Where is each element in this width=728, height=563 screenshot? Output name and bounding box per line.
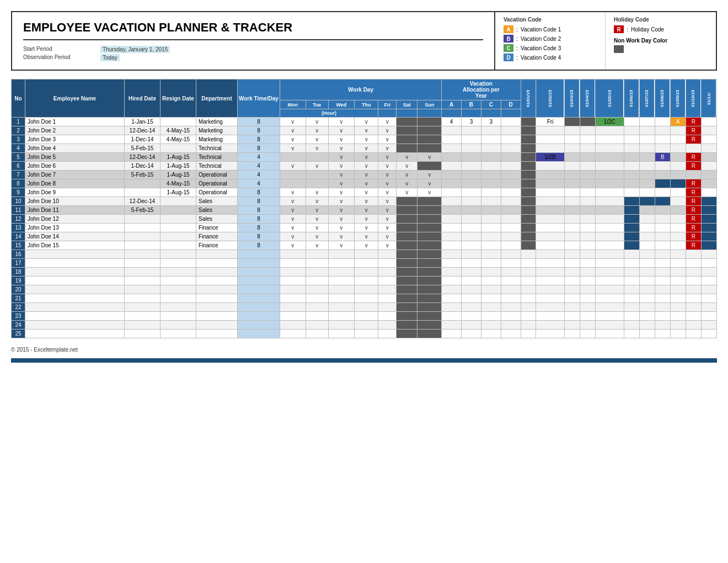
cell-date — [564, 179, 580, 188]
cell-alloc — [481, 268, 501, 277]
cell-alloc — [481, 294, 501, 303]
cell-date — [670, 303, 686, 312]
cell-resign — [160, 294, 196, 303]
cell-alloc — [462, 232, 481, 241]
cell-workday — [378, 285, 397, 294]
cell-workday: v — [378, 232, 397, 241]
cell-date — [536, 277, 564, 285]
cell-date — [580, 259, 595, 268]
cell-hired: 5-Feb-15 — [124, 171, 160, 179]
cell-date — [564, 250, 580, 259]
cell-no: 18 — [12, 268, 25, 277]
cell-workday — [417, 250, 442, 259]
cell-date — [536, 188, 564, 197]
cell-dept: Operational — [196, 179, 237, 188]
cell-workday: v — [306, 197, 328, 206]
cell-date — [670, 206, 686, 215]
cell-date: R — [686, 135, 701, 144]
cell-workday — [397, 285, 417, 294]
cell-date — [595, 206, 624, 215]
cell-hired — [124, 259, 160, 268]
cell-date — [536, 135, 564, 144]
cell-date — [580, 312, 595, 321]
meta-rows: Start Period Thursday, January 1, 2015 O… — [23, 46, 483, 61]
cell-no: 1 — [12, 118, 25, 126]
cell-alloc — [501, 215, 521, 224]
cell-alloc — [462, 312, 481, 321]
table-row: 20 — [12, 285, 717, 294]
cell-hired — [124, 330, 160, 338]
th-date-9: 01/09/15 — [670, 79, 686, 118]
cell-date — [564, 197, 580, 206]
cell-date — [701, 215, 716, 224]
cell-workday: v — [328, 232, 355, 241]
th-date-5: 01/05/15 — [595, 79, 624, 118]
cell-workday: v — [280, 162, 306, 171]
cell-resign — [160, 250, 196, 259]
cell-workday — [397, 118, 417, 126]
cell-workday: v — [355, 197, 378, 206]
cell-hours: 4 — [237, 153, 280, 162]
cell-date — [521, 135, 536, 144]
cell-alloc — [442, 268, 462, 277]
table-row: 15John Doe 15Finance8vvvvvR — [12, 241, 717, 250]
cell-date — [536, 232, 564, 241]
cell-alloc — [501, 294, 521, 303]
cell-workday: v — [328, 118, 355, 126]
cell-date — [655, 312, 670, 321]
cell-date — [595, 224, 624, 232]
cell-workday — [280, 312, 306, 321]
cell-date — [639, 312, 655, 321]
cell-alloc — [462, 153, 481, 162]
cell-alloc — [462, 241, 481, 250]
cell-hours: 8 — [237, 135, 280, 144]
cell-hours: 8 — [237, 232, 280, 241]
cell-date — [595, 330, 624, 338]
table-row: 9John Doe 91-Aug-15Operational8vvvvvvvR — [12, 188, 717, 197]
cell-date — [624, 206, 639, 215]
cell-date — [655, 206, 670, 215]
cell-date — [521, 224, 536, 232]
th-date-7: 01/07/15 — [639, 79, 655, 118]
cell-workday — [355, 285, 378, 294]
cell-dept: Finance — [196, 241, 237, 250]
cell-workday — [280, 250, 306, 259]
cell-date — [655, 259, 670, 268]
cell-workday — [280, 285, 306, 294]
th-blank-d — [501, 109, 521, 118]
cell-date — [670, 321, 686, 330]
cell-workday — [397, 126, 417, 135]
cell-date — [639, 144, 655, 153]
th-alloc-a: A — [442, 100, 462, 109]
cell-alloc — [501, 153, 521, 162]
cell-workday: v — [378, 224, 397, 232]
title-area: EMPLOYEE VACATION PLANNER & TRACKER Star… — [12, 12, 495, 70]
cell-date — [655, 197, 670, 206]
cell-name: John Doe 7 — [25, 171, 125, 179]
cell-alloc — [442, 197, 462, 206]
cell-date — [639, 330, 655, 338]
cell-resign — [160, 330, 196, 338]
cell-alloc: 3 — [462, 118, 481, 126]
cell-hours: 8 — [237, 118, 280, 126]
cell-alloc — [442, 144, 462, 153]
cell-date — [580, 144, 595, 153]
cell-date — [624, 330, 639, 338]
th-hired: Hired Date — [124, 79, 160, 118]
cell-date — [521, 206, 536, 215]
cell-resign — [160, 118, 196, 126]
cell-date — [564, 171, 580, 179]
cell-workday — [355, 330, 378, 338]
cell-date — [521, 153, 536, 162]
vacation-legend-title: Vacation Code — [504, 17, 597, 23]
cell-date — [639, 285, 655, 294]
cell-date: R — [686, 118, 701, 126]
cell-date — [624, 268, 639, 277]
cell-workday — [397, 259, 417, 268]
colon-a: : — [516, 26, 518, 33]
cell-alloc — [462, 294, 481, 303]
cell-date — [536, 179, 564, 188]
cell-no: 19 — [12, 277, 25, 285]
cell-workday: v — [378, 197, 397, 206]
cell-alloc — [462, 285, 481, 294]
